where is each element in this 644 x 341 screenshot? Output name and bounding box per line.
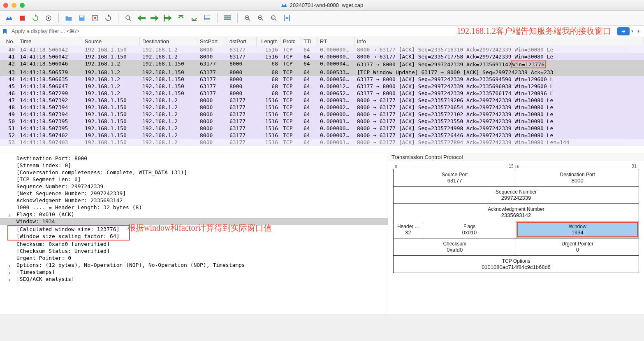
- svg-rect-15: [224, 18, 231, 20]
- svg-rect-0: [20, 16, 25, 21]
- go-first-button[interactable]: [175, 12, 187, 24]
- window-title: 20240701-wnd-8000_wget.cap: [290, 2, 364, 8]
- detail-field[interactable]: Flags: 0x010 (ACK): [0, 211, 388, 218]
- packet-row[interactable]: 4814:41:18.507394192.168.1.150192.168.1.…: [0, 104, 644, 111]
- svg-rect-4: [80, 15, 83, 17]
- add-filter-button[interactable]: +: [635, 28, 642, 35]
- tcp-field-dstport[interactable]: Destination Port8000: [516, 169, 639, 187]
- capture-options-button[interactable]: [43, 12, 54, 24]
- start-capture-button[interactable]: [3, 12, 15, 24]
- auto-scroll-button[interactable]: [202, 12, 213, 24]
- svg-line-21: [262, 19, 264, 21]
- go-to-packet-button[interactable]: [162, 12, 174, 24]
- bookmark-icon[interactable]: [2, 28, 8, 35]
- svg-line-17: [248, 19, 250, 21]
- packet-row[interactable]: 4714:41:18.507392192.168.1.150192.168.1.…: [0, 97, 644, 104]
- annotation-receiver-window: 192.168.1.2客户端告知服务端我的接收窗口: [457, 26, 611, 37]
- svg-rect-13: [224, 15, 231, 16]
- resize-columns-button[interactable]: [281, 12, 293, 24]
- restart-capture-button[interactable]: [30, 12, 41, 24]
- maximize-window-button[interactable]: [20, 3, 25, 8]
- column-header-srcport[interactable]: SrcPort: [197, 37, 227, 46]
- detail-field[interactable]: [TCP Segment Len: 0]: [0, 176, 388, 183]
- column-header-no[interactable]: No.: [0, 37, 17, 46]
- tcp-field-checksum[interactable]: Checksum0xafd0: [394, 238, 516, 256]
- go-last-button[interactable]: [188, 12, 200, 24]
- go-back-button[interactable]: [136, 12, 147, 24]
- detail-field[interactable]: [Checksum Status: Unverified]: [0, 248, 388, 255]
- packet-row[interactable]: 4014:41:18.506042192.168.1.150192.168.1.…: [0, 46, 644, 53]
- packet-row[interactable]: 4214:41:18.506046192.168.1.2192.168.1.15…: [0, 60, 644, 69]
- column-header-time[interactable]: Time: [17, 37, 82, 46]
- detail-field[interactable]: Sequence Number: 2997242339: [0, 183, 388, 190]
- packet-row[interactable]: 4914:41:18.507394192.168.1.150192.168.1.…: [0, 111, 644, 118]
- save-file-button[interactable]: [76, 12, 88, 24]
- tcp-header-diagram[interactable]: Source Port63177 Destination Port8000 Se…: [393, 169, 639, 273]
- packet-diagram-pane[interactable]: Transmission Control Protocol 0 15 16 31…: [388, 153, 644, 314]
- svg-rect-14: [224, 16, 231, 18]
- wireshark-icon: [281, 2, 287, 9]
- tcp-field-options[interactable]: TCP Options0101080ac714f84c9c1b68d6: [394, 256, 639, 273]
- annotation-window-calc: 根据window和factor计算得到实际窗口值: [127, 222, 272, 234]
- detail-field[interactable]: [Timestamps]: [0, 269, 388, 276]
- zoom-in-button[interactable]: [242, 12, 253, 24]
- find-packet-button[interactable]: [123, 12, 134, 24]
- detail-field[interactable]: Options: (12 bytes), No-Operation (NOP),…: [0, 262, 388, 269]
- column-header-ttl[interactable]: TTL: [301, 37, 317, 46]
- detail-field[interactable]: Checksum: 0xafd0 [unverified]: [0, 241, 388, 248]
- tcp-field-hdrlen[interactable]: Header ...32: [394, 221, 423, 238]
- detail-field[interactable]: Urgent Pointer: 0: [0, 255, 388, 262]
- zoom-reset-button[interactable]: 1: [268, 12, 280, 24]
- column-header-protocol[interactable]: Protc: [280, 37, 301, 46]
- detail-field[interactable]: [Next Sequence Number: 2997242339]: [0, 190, 388, 197]
- detail-field[interactable]: [SEQ/ACK analysis]: [0, 276, 388, 283]
- window-titlebar: 20240701-wnd-8000_wget.cap: [0, 0, 644, 11]
- detail-field[interactable]: [Conversation completeness: Complete, WI…: [0, 169, 388, 176]
- packet-row[interactable]: 5014:41:18.507395192.168.1.150192.168.1.…: [0, 118, 644, 125]
- stop-capture-button[interactable]: [16, 12, 28, 24]
- minimize-window-button[interactable]: [12, 3, 16, 8]
- detail-field[interactable]: [Calculated window size: 123776]: [16, 226, 127, 233]
- column-header-dstport[interactable]: dstPort: [227, 37, 257, 46]
- tcp-field-urgent[interactable]: Urgent Pointer0: [516, 238, 639, 256]
- colorize-button[interactable]: [222, 12, 233, 24]
- packet-list-header[interactable]: No. Time Source Destination SrcPort dstP…: [0, 37, 644, 46]
- svg-line-24: [275, 19, 277, 21]
- tcp-field-srcport[interactable]: Source Port63177: [394, 169, 516, 187]
- tcp-field-window[interactable]: Window1934: [516, 221, 639, 238]
- column-header-destination[interactable]: Destination: [140, 37, 197, 46]
- packet-row[interactable]: 4614:41:18.507299192.168.1.2192.168.1.15…: [0, 90, 644, 97]
- packet-row[interactable]: 4314:41:18.506579192.168.1.2192.168.1.15…: [0, 69, 644, 76]
- detail-field[interactable]: [Stream index: 0]: [0, 162, 388, 169]
- traffic-lights: [3, 3, 25, 8]
- column-header-source[interactable]: Source: [82, 37, 140, 46]
- column-header-length[interactable]: Length: [257, 37, 280, 46]
- detail-field[interactable]: [Window size scaling factor: 64]: [16, 233, 127, 240]
- detail-field[interactable]: Destination Port: 8000: [0, 155, 388, 162]
- packet-list-pane[interactable]: No. Time Source Destination SrcPort dstP…: [0, 37, 644, 153]
- packet-row[interactable]: 4414:41:18.506635192.168.1.2192.168.1.15…: [0, 76, 644, 83]
- packet-row[interactable]: 4514:41:18.506647192.168.1.2192.168.1.15…: [0, 83, 644, 90]
- close-file-button[interactable]: [89, 12, 101, 24]
- tcp-field-flags[interactable]: Flags0x010: [423, 221, 516, 238]
- packet-row[interactable]: 5214:41:18.507402192.168.1.150192.168.1.…: [0, 132, 644, 139]
- tcp-field-ack[interactable]: Acknowledgment Number2335693142: [394, 204, 639, 221]
- detail-field[interactable]: 1000 .... = Header Length: 32 bytes (8): [0, 204, 388, 211]
- svg-text:1: 1: [272, 16, 274, 19]
- svg-line-7: [129, 19, 131, 21]
- close-window-button[interactable]: [3, 3, 8, 8]
- zoom-out-button[interactable]: [255, 12, 266, 24]
- reload-file-button[interactable]: [102, 12, 114, 24]
- open-file-button[interactable]: [63, 12, 74, 24]
- tcp-field-seq[interactable]: Sequence Number2997242339: [394, 187, 639, 204]
- detail-field[interactable]: Acknowledgment Number: 2335693142: [0, 197, 388, 204]
- packet-details-pane[interactable]: Destination Port: 8000[Stream index: 0][…: [0, 153, 388, 314]
- column-header-rt[interactable]: RT: [317, 37, 354, 46]
- svg-rect-8: [164, 14, 165, 21]
- packet-row[interactable]: 5314:41:18.507403192.168.1.150192.168.1.…: [0, 139, 644, 146]
- packet-row[interactable]: 4114:41:18.506042192.168.1.150192.168.1.…: [0, 53, 644, 60]
- packet-row[interactable]: 5114:41:18.507395192.168.1.150192.168.1.…: [0, 125, 644, 132]
- go-forward-button[interactable]: [149, 12, 160, 24]
- apply-filter-button[interactable]: ➔: [617, 27, 630, 35]
- column-header-info[interactable]: Info: [354, 37, 644, 46]
